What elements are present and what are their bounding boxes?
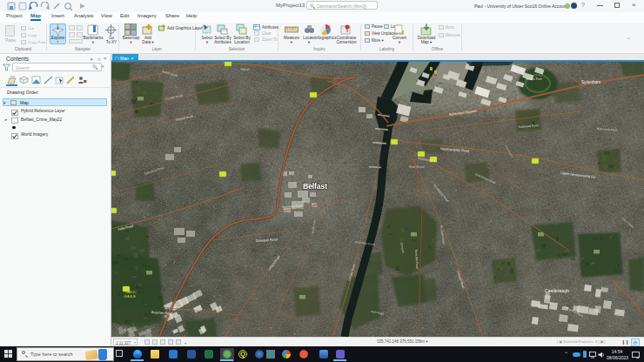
- svg-text:Sydenham: Sydenham: [581, 80, 600, 84]
- svg-text:GAELIC: GAELIC: [125, 291, 137, 294]
- svg-text:Victoria Park: Victoria Park: [526, 77, 542, 81]
- svg-text:LEAGUE: LEAGUE: [124, 295, 137, 298]
- svg-text:Castlereagh: Castlereagh: [545, 288, 569, 293]
- svg-text:Oldpark: Oldpark: [240, 68, 251, 71]
- svg-text:Short Strand: Short Strand: [409, 165, 425, 169]
- svg-text:Belfast: Belfast: [303, 182, 327, 191]
